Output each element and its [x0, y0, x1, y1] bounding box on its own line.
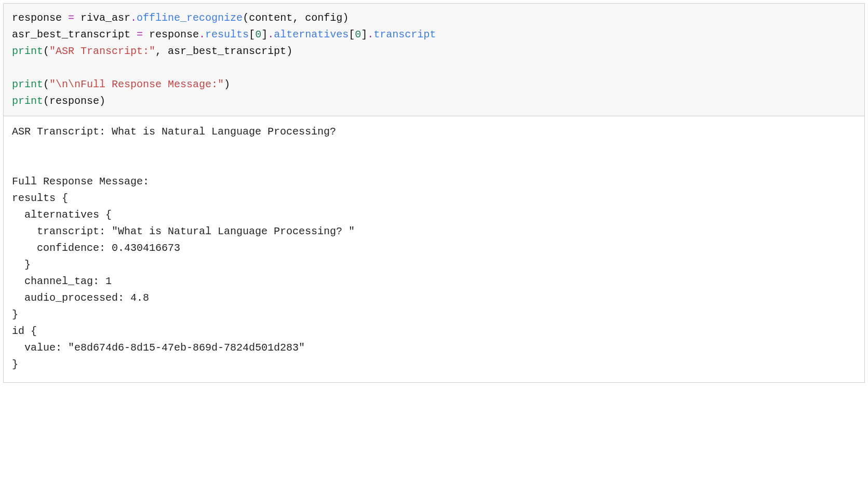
output-line: id { [12, 325, 37, 337]
notebook-cell: response = riva_asr.offline_recognize(co… [3, 3, 865, 383]
token-paren: ( [243, 12, 249, 24]
token-name: asr_best_transcript [12, 29, 137, 41]
token-func: print [12, 45, 43, 57]
token-dot: . [367, 29, 373, 41]
token-dot: . [199, 29, 205, 41]
token-attr: offline_recognize [137, 12, 243, 24]
token-op: = [137, 29, 149, 41]
token-paren: ) [224, 78, 230, 90]
token-bracket: [ [349, 29, 355, 41]
token-number: 0 [255, 29, 261, 41]
token-dot: . [268, 29, 274, 41]
token-attr: transcript [373, 29, 436, 41]
token-paren: ) [342, 12, 349, 24]
output-line: results { [12, 192, 68, 204]
token-dot: . [130, 12, 137, 24]
token-bracket: [ [249, 29, 255, 41]
output-line: audio_processed: 4.8 [12, 292, 149, 304]
token-args: , asr_best_transcript [155, 45, 286, 57]
code-line-2: asr_best_transcript = response.results[0… [12, 29, 436, 41]
code-output-cell: ASR Transcript: What is Natural Language… [4, 116, 864, 382]
token-paren: ( [43, 78, 49, 90]
code-line-6: print(response) [12, 95, 105, 107]
token-name: riva_asr [81, 12, 130, 24]
code-line-5: print("\n\nFull Response Message:") [12, 78, 230, 90]
token-paren: ( [43, 95, 49, 107]
code-line-1: response = riva_asr.offline_recognize(co… [12, 12, 349, 24]
token-bracket: ] [261, 29, 268, 41]
token-string: "\n\nFull Response Message:" [49, 78, 224, 90]
output-line: value: "e8d674d6-8d15-47eb-869d-7824d501… [12, 342, 305, 354]
token-attr: results [205, 29, 249, 41]
token-func: print [12, 95, 43, 107]
output-line: ASR Transcript: What is Natural Language… [12, 126, 336, 138]
token-paren: ( [43, 45, 49, 57]
output-line: channel_tag: 1 [12, 275, 112, 287]
output-line: } [12, 309, 18, 320]
output-line: } [12, 259, 31, 271]
output-line: transcript: "What is Natural Language Pr… [12, 225, 355, 237]
token-number: 0 [355, 29, 361, 41]
code-input-cell[interactable]: response = riva_asr.offline_recognize(co… [4, 4, 864, 116]
token-bracket: ] [361, 29, 367, 41]
token-name: response [149, 29, 199, 41]
token-name: response [49, 95, 99, 107]
output-line: confidence: 0.430416673 [12, 242, 180, 254]
output-line: } [12, 358, 18, 370]
token-paren: ) [286, 45, 292, 57]
output-line: alternatives { [12, 209, 112, 221]
token-name: response [12, 12, 68, 24]
token-attr: alternatives [274, 29, 349, 41]
token-op: = [68, 12, 81, 24]
code-line-3: print("ASR Transcript:", asr_best_transc… [12, 45, 292, 57]
output-line: Full Response Message: [12, 176, 149, 187]
token-func: print [12, 78, 43, 90]
token-args: content, config [249, 12, 342, 24]
token-string: "ASR Transcript:" [49, 45, 155, 57]
token-paren: ) [99, 95, 105, 107]
